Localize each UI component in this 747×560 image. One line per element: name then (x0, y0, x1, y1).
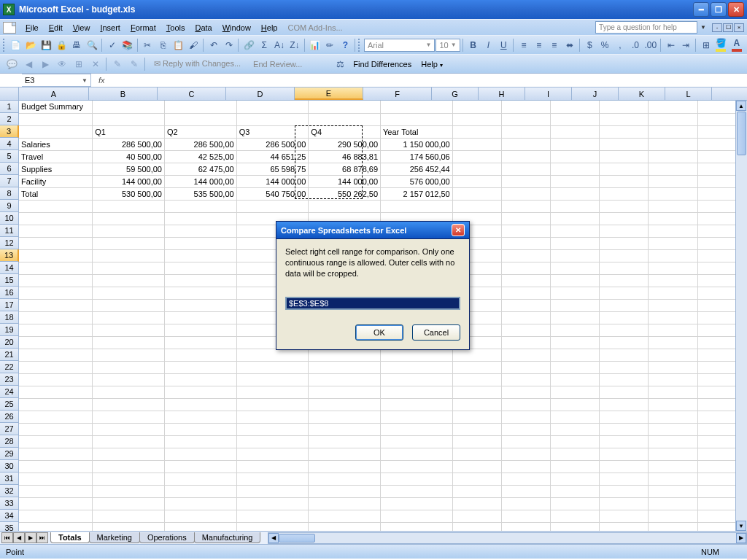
cell-F26[interactable] (381, 411, 453, 423)
cell-F9[interactable] (381, 200, 453, 212)
help-dropdown-icon[interactable]: ▼ (700, 24, 706, 31)
cell-I7[interactable] (551, 175, 600, 187)
cell-E27[interactable] (309, 423, 381, 435)
cell-I10[interactable] (551, 212, 600, 225)
cell-H30[interactable] (501, 460, 550, 472)
cell-I3[interactable] (551, 125, 600, 138)
cell-G21[interactable] (452, 349, 501, 361)
cell-B1[interactable] (93, 101, 165, 113)
scroll-down-button[interactable]: ▼ (736, 521, 746, 531)
cell-J18[interactable] (600, 311, 649, 324)
cell-D31[interactable] (236, 472, 309, 485)
cell-G23[interactable] (452, 373, 501, 386)
cell-E21[interactable] (309, 349, 381, 361)
cell-F23[interactable] (381, 373, 453, 386)
cell-B14[interactable] (93, 262, 165, 274)
cell-A14[interactable] (19, 262, 93, 274)
cell-K23[interactable] (649, 373, 697, 386)
cell-J33[interactable] (600, 497, 649, 510)
cell-I8[interactable] (551, 187, 600, 200)
cell-A25[interactable] (19, 398, 93, 411)
cell-K34[interactable] (649, 510, 697, 522)
cell-J34[interactable] (600, 510, 649, 522)
cell-K6[interactable] (649, 163, 697, 175)
cell-I5[interactable] (551, 150, 600, 163)
cell-I35[interactable] (551, 522, 600, 531)
cell-B11[interactable] (93, 225, 165, 237)
cell-E4[interactable]: 290 500,00 (309, 138, 381, 150)
cell-I29[interactable] (551, 448, 600, 460)
cell-A27[interactable] (19, 423, 93, 435)
tab-nav-prev[interactable]: ◀ (13, 532, 25, 543)
col-header-E[interactable]: E (295, 88, 363, 100)
cell-B23[interactable] (93, 373, 165, 386)
cell-K14[interactable] (649, 262, 697, 274)
cell-K16[interactable] (649, 287, 697, 299)
cell-G33[interactable] (452, 497, 501, 510)
cell-B20[interactable] (93, 336, 165, 349)
cell-H2[interactable] (501, 113, 550, 125)
cell-H11[interactable] (501, 225, 550, 237)
row-header-24[interactable]: 24 (0, 386, 19, 398)
cell-K13[interactable] (649, 249, 697, 262)
row-header-33[interactable]: 33 (0, 497, 19, 510)
cell-B5[interactable]: 40 500,00 (93, 150, 165, 163)
sort-desc-icon[interactable]: Z↓ (287, 37, 302, 53)
cell-E9[interactable] (309, 200, 381, 212)
cell-H35[interactable] (501, 522, 550, 531)
cell-A5[interactable]: Travel (19, 150, 93, 163)
cell-I13[interactable] (551, 249, 600, 262)
cell-D2[interactable] (236, 113, 309, 125)
spelling-icon[interactable]: ✓ (105, 37, 120, 53)
cell-B28[interactable] (93, 435, 165, 448)
cell-C8[interactable]: 535 500,00 (164, 187, 236, 200)
cell-F29[interactable] (381, 448, 453, 460)
cell-K12[interactable] (649, 237, 697, 249)
sheet-tab-marketing[interactable]: Marketing (89, 532, 140, 543)
paste-icon[interactable]: 📋 (171, 37, 185, 53)
drawing-icon[interactable]: ✏ (323, 37, 338, 53)
cell-E6[interactable]: 68 878,69 (309, 163, 381, 175)
cell-G7[interactable] (452, 175, 501, 187)
cell-J15[interactable] (600, 274, 649, 287)
cell-B12[interactable] (93, 237, 165, 249)
cell-J23[interactable] (600, 373, 649, 386)
col-header-D[interactable]: D (226, 88, 295, 100)
cell-A6[interactable]: Supplies (19, 163, 93, 175)
cell-F7[interactable]: 576 000,00 (381, 175, 453, 187)
row-header-12[interactable]: 12 (0, 237, 19, 249)
cell-E29[interactable] (309, 448, 381, 460)
col-header-G[interactable]: G (432, 88, 479, 100)
cell-E7[interactable]: 144 000,00 (309, 175, 381, 187)
cell-I21[interactable] (551, 349, 600, 361)
cell-H7[interactable] (501, 175, 550, 187)
cell-H10[interactable] (501, 212, 550, 225)
cell-B3[interactable]: Q1 (93, 125, 165, 138)
cell-G24[interactable] (452, 386, 501, 398)
cell-G6[interactable] (452, 163, 501, 175)
cell-A26[interactable] (19, 411, 93, 423)
cell-B35[interactable] (93, 522, 165, 531)
col-header-I[interactable]: I (525, 88, 572, 100)
cell-H27[interactable] (501, 423, 550, 435)
cell-K20[interactable] (649, 336, 697, 349)
cell-J16[interactable] (600, 287, 649, 299)
cell-D6[interactable]: 65 598,75 (236, 163, 309, 175)
cell-C28[interactable] (164, 435, 236, 448)
cell-C32[interactable] (164, 485, 236, 497)
cell-I19[interactable] (551, 324, 600, 336)
cell-D29[interactable] (236, 448, 309, 460)
menu-view[interactable]: View (68, 22, 96, 34)
row-header-31[interactable]: 31 (0, 472, 19, 485)
cell-K11[interactable] (649, 225, 697, 237)
hyperlink-icon[interactable]: 🔗 (241, 37, 256, 53)
cell-C9[interactable] (164, 200, 236, 212)
cell-H12[interactable] (501, 237, 550, 249)
cell-I17[interactable] (551, 299, 600, 311)
cell-A12[interactable] (19, 237, 93, 249)
cell-C4[interactable]: 286 500,00 (164, 138, 236, 150)
cell-B10[interactable] (93, 212, 165, 225)
menu-tools[interactable]: Tools (161, 22, 190, 34)
sort-asc-icon[interactable]: A↓ (272, 37, 287, 53)
cell-A28[interactable] (19, 435, 93, 448)
